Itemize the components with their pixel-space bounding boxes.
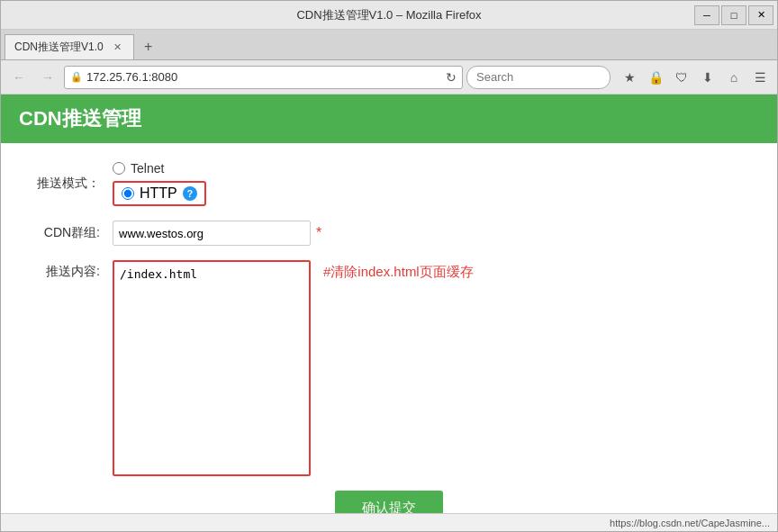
- telnet-option: Telnet: [113, 161, 206, 176]
- page-content: CDN推送管理 推送模式： Telnet HTTP ?: [1, 95, 777, 513]
- nav-bar: ← → 🔒 172.25.76.1:8080 ↻ ★ 🔒 🛡 ⬇ ⌂ ☰: [1, 60, 777, 95]
- forward-button[interactable]: →: [35, 66, 60, 89]
- mode-row: 推送模式： Telnet HTTP ?: [28, 161, 750, 206]
- secure-icon: 🔒: [70, 71, 83, 83]
- url-text: 172.25.76.1:8080: [86, 70, 442, 84]
- refresh-button[interactable]: ↻: [446, 70, 457, 85]
- radio-group: Telnet HTTP ?: [113, 161, 206, 206]
- http-radio[interactable]: [122, 187, 134, 200]
- nav-icons: ★ 🔒 🛡 ⬇ ⌂ ☰: [618, 66, 772, 89]
- content-row: 推送内容: /index.html #清除index.html页面缓存: [28, 260, 750, 476]
- status-bar: https://blog.csdn.net/CapeJasmine...: [1, 513, 777, 531]
- required-star: *: [316, 225, 321, 241]
- maximize-button[interactable]: □: [721, 5, 746, 25]
- tab-cdn[interactable]: CDN推送管理V1.0 ✕: [5, 34, 134, 59]
- window-controls: ─ □ ✕: [694, 5, 773, 25]
- http-label: HTTP: [140, 185, 177, 202]
- submit-area: 确认提交: [28, 491, 750, 513]
- home-button[interactable]: ⌂: [722, 66, 746, 89]
- telnet-label: Telnet: [131, 161, 164, 176]
- content-comment: #清除index.html页面缓存: [323, 260, 474, 281]
- cdn-label: CDN群组:: [28, 225, 100, 241]
- shield-button[interactable]: 🛡: [670, 66, 693, 89]
- form-area: 推送模式： Telnet HTTP ? CDN群组: *: [1, 143, 777, 513]
- submit-button[interactable]: 确认提交: [335, 491, 443, 513]
- status-url: https://blog.csdn.net/CapeJasmine...: [610, 518, 770, 528]
- back-button[interactable]: ←: [6, 66, 32, 89]
- title-bar: CDN推送管理V1.0 – Mozilla Firefox ─ □ ✕: [1, 1, 777, 30]
- cdn-row: CDN群组: *: [28, 221, 750, 246]
- url-bar[interactable]: 🔒 172.25.76.1:8080 ↻: [64, 66, 463, 89]
- lock-button[interactable]: 🔒: [644, 66, 667, 89]
- content-wrapper: /index.html #清除index.html页面缓存: [113, 260, 750, 476]
- mode-label: 推送模式：: [28, 176, 100, 192]
- minimize-button[interactable]: ─: [694, 5, 719, 25]
- tab-bar: CDN推送管理V1.0 ✕ +: [1, 30, 777, 60]
- page-title: CDN推送管理: [19, 107, 141, 130]
- content-textarea[interactable]: /index.html: [113, 260, 311, 476]
- browser-window: CDN推送管理V1.0 – Mozilla Firefox ─ □ ✕ CDN推…: [0, 0, 778, 532]
- close-button[interactable]: ✕: [748, 5, 773, 25]
- cdn-input[interactable]: [113, 221, 311, 246]
- telnet-radio[interactable]: [113, 162, 125, 175]
- http-box: HTTP ?: [113, 181, 206, 206]
- page-header: CDN推送管理: [1, 95, 777, 143]
- new-tab-button[interactable]: +: [138, 36, 159, 58]
- tab-close-button[interactable]: ✕: [111, 41, 124, 54]
- window-title: CDN推送管理V1.0 – Mozilla Firefox: [296, 7, 481, 23]
- download-button[interactable]: ⬇: [696, 66, 719, 89]
- bookmark-button[interactable]: ★: [618, 66, 641, 89]
- search-input[interactable]: [466, 66, 611, 89]
- tab-label: CDN推送管理V1.0: [14, 40, 104, 55]
- menu-button[interactable]: ☰: [748, 66, 772, 89]
- info-icon[interactable]: ?: [183, 186, 197, 201]
- content-label: 推送内容:: [28, 264, 100, 280]
